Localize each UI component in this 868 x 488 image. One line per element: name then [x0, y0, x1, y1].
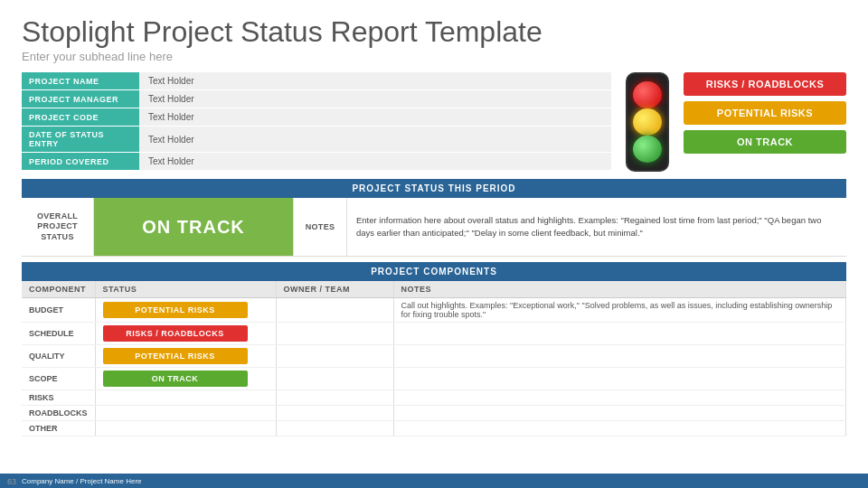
legend-risks-roadblocks: RISKS / ROADBLOCKS [684, 72, 846, 96]
comp-name: OTHER [22, 421, 95, 436]
comp-notes [393, 345, 846, 368]
status-row: OVERALLPROJECTSTATUS ON TRACK NOTES Ente… [22, 198, 846, 257]
comp-col-header: NOTES [393, 281, 846, 298]
comp-name: SCOPE [22, 368, 95, 390]
page-title: Stoplight Project Status Report Template [22, 16, 846, 48]
info-label: PROJECT NAME [22, 72, 139, 90]
table-row: ROADBLOCKS [22, 406, 846, 421]
info-row: PROJECT MANAGER Text Holder [22, 90, 611, 108]
comp-notes [393, 390, 846, 406]
comp-owner [276, 345, 393, 368]
light-green [633, 136, 662, 163]
table-row: SCHEDULERISKS / ROADBLOCKS [22, 323, 846, 345]
info-value: Text Holder [139, 153, 611, 171]
legend-potential-risks: POTENTIAL RISKS [684, 101, 846, 125]
info-value: Text Holder [139, 127, 611, 153]
info-table: PROJECT NAME Text Holder PROJECT MANAGER… [22, 72, 611, 171]
comp-col-header: STATUS [95, 281, 276, 298]
light-red [633, 81, 662, 108]
stoplight [626, 72, 669, 172]
legend-on-track: ON TRACK [684, 130, 846, 154]
status-pill: POTENTIAL RISKS [103, 302, 248, 318]
comp-notes [393, 406, 846, 421]
comp-owner [276, 421, 393, 436]
info-value: Text Holder [139, 72, 611, 90]
info-row: DATE OF STATUS ENTRY Text Holder [22, 127, 611, 153]
info-row: PROJECT NAME Text Holder [22, 72, 611, 90]
comp-name: SCHEDULE [22, 323, 95, 345]
comp-name: RISKS [22, 390, 95, 406]
footer-text: Company Name / Project Name Here [22, 477, 142, 485]
top-section: PROJECT NAME Text Holder PROJECT MANAGER… [22, 72, 846, 172]
comp-notes [393, 368, 846, 390]
page: Stoplight Project Status Report Template… [0, 0, 868, 488]
table-row: RISKS [22, 390, 846, 406]
info-label: DATE OF STATUS ENTRY [22, 127, 139, 153]
stoplight-container [626, 72, 669, 172]
table-row: OTHER [22, 421, 846, 436]
info-value: Text Holder [139, 108, 611, 127]
legend-area: RISKS / ROADBLOCKS POTENTIAL RISKS ON TR… [684, 72, 846, 154]
comp-status: POTENTIAL RISKS [95, 345, 276, 368]
comp-status [95, 421, 276, 436]
status-pill: RISKS / ROADBLOCKS [103, 325, 248, 342]
footer-bar: Company Name / Project Name Here [0, 474, 868, 488]
project-status-header: PROJECT STATUS THIS PERIOD [22, 179, 846, 198]
table-row: QUALITYPOTENTIAL RISKS [22, 345, 846, 368]
subhead: Enter your subhead line here [22, 50, 846, 63]
comp-status [95, 406, 276, 421]
status-pill: ON TRACK [103, 371, 248, 387]
comp-status: RISKS / ROADBLOCKS [95, 323, 276, 345]
table-row: SCOPEON TRACK [22, 368, 846, 390]
comp-owner [276, 390, 393, 406]
comp-col-header: OWNER / TEAM [276, 281, 393, 298]
comp-col-header: COMPONENT [22, 281, 95, 298]
comp-notes [393, 421, 846, 436]
comp-status [95, 390, 276, 406]
comp-notes [393, 323, 846, 345]
table-row: BUDGETPOTENTIAL RISKSCall out highlights… [22, 298, 846, 323]
info-value: Text Holder [139, 90, 611, 108]
info-label: PROJECT MANAGER [22, 90, 139, 108]
comp-notes: Call out highlights. Examples: "Exceptio… [393, 298, 846, 323]
overall-status-value: ON TRACK [94, 198, 293, 256]
notes-text: Enter information here about overall sta… [347, 198, 846, 256]
comp-owner [276, 406, 393, 421]
comp-name: QUALITY [22, 345, 95, 368]
components-header: PROJECT COMPONENTS [22, 262, 846, 281]
comp-status: ON TRACK [95, 368, 276, 390]
comp-status: POTENTIAL RISKS [95, 298, 276, 323]
components-table: COMPONENTSTATUSOWNER / TEAMNOTES BUDGETP… [22, 281, 846, 436]
info-row: PERIOD COVERED Text Holder [22, 153, 611, 171]
comp-owner [276, 368, 393, 390]
info-label: PERIOD COVERED [22, 153, 139, 171]
comp-owner [276, 323, 393, 345]
info-row: PROJECT CODE Text Holder [22, 108, 611, 127]
info-label: PROJECT CODE [22, 108, 139, 127]
comp-name: ROADBLOCKS [22, 406, 95, 421]
page-number: 63 [7, 477, 16, 486]
light-yellow [633, 108, 662, 136]
comp-name: BUDGET [22, 298, 95, 323]
comp-owner [276, 298, 393, 323]
status-pill: POTENTIAL RISKS [103, 348, 248, 364]
overall-status-label: OVERALLPROJECTSTATUS [22, 198, 94, 256]
notes-label: NOTES [293, 198, 347, 256]
